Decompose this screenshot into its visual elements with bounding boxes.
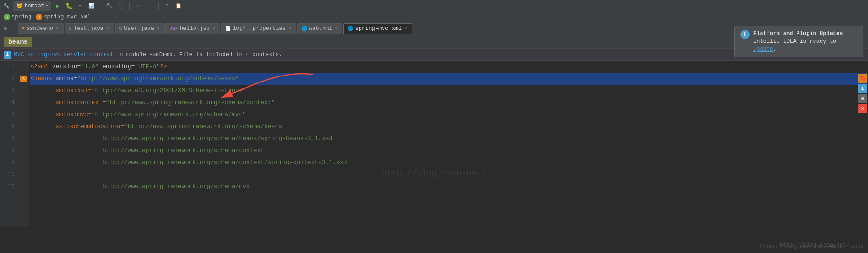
- tab-close-webxml[interactable]: ×: [334, 26, 338, 31]
- line-num-5: 5: [0, 109, 15, 121]
- pi-xml: xml: [38, 61, 52, 73]
- gutter-row-2-fold: ▷: [24, 73, 29, 85]
- settings-icon[interactable]: ⚙: [2, 25, 9, 32]
- project-spring[interactable]: S spring: [4, 14, 31, 20]
- run-config[interactable]: 🐱 tomcat ▼: [13, 1, 51, 11]
- code-line-11: http://www.springframework.org/schema/mv…: [30, 181, 868, 193]
- tab-userjava[interactable]: C User.java ×: [115, 23, 165, 34]
- line-num-10: 10: [0, 169, 15, 181]
- stop-button[interactable]: ⬛: [116, 2, 124, 10]
- tab-log4j[interactable]: 📄 log4j.properties ×: [221, 23, 296, 34]
- tab-testjava[interactable]: C Test.java ×: [65, 23, 114, 34]
- toolbar: 🔧 🐱 tomcat ▼ ▶ 🐛 ☂ 📊 🔨 ⬛ ↩ ↪ ? 📋: [0, 0, 868, 12]
- tab-close-testjava[interactable]: ×: [106, 26, 110, 31]
- undo-button[interactable]: ↩: [134, 2, 142, 10]
- clipboard-button[interactable]: 📋: [174, 2, 183, 10]
- notification-body-suffix: .: [773, 46, 776, 53]
- tab-close-springmvcxml[interactable]: ×: [403, 26, 408, 31]
- notification-icon: i: [740, 30, 750, 39]
- line-num-11: 11: [0, 181, 15, 193]
- pi-version-attr: version=: [52, 61, 81, 73]
- line-num-7: 7: [0, 133, 15, 145]
- run-button[interactable]: ▶: [54, 2, 62, 10]
- schema-mvc: http://www.springframework.org/schema/mv…: [102, 181, 250, 193]
- line-num-6: 6: [0, 121, 15, 133]
- code-line-9: http://www.springframework.org/schema/co…: [30, 157, 868, 169]
- profiler-button[interactable]: 📊: [87, 2, 95, 10]
- code-line-4: xmlns:context="http://www.springframewor…: [30, 97, 868, 109]
- help-button[interactable]: ?: [163, 2, 171, 10]
- xmlns-context-val: "http://www.springframework.org/schema/c…: [106, 97, 275, 109]
- project-springmvc[interactable]: X spring-mvc.xml: [36, 14, 90, 20]
- coverage-button[interactable]: ☂: [76, 2, 84, 10]
- xmlns-xsi-val: "http://www.w3.org/2001/XMLSchema-instan…: [92, 85, 246, 97]
- xmlns-context-attr: xmlns:context=: [56, 97, 106, 109]
- info-icon: i: [4, 51, 11, 59]
- separator2: [129, 2, 130, 10]
- schema-context: http://www.springframework.org/schema/co…: [102, 145, 264, 157]
- dropdown-arrow-icon: ▼: [46, 4, 48, 8]
- notification-content: Platform and Plugin Updates IntelliJ IDE…: [753, 30, 857, 53]
- tab-label-testjava: Test.java: [74, 25, 104, 32]
- code-editor: 1 2 3 4 5 6 7 8 9 10 11 S ▷ <?xml versio…: [0, 61, 868, 227]
- tab-ssmDeemo[interactable]: m ssmDeemo ×: [18, 23, 64, 34]
- bookmark-icon[interactable]: 🔖: [858, 74, 867, 83]
- tab-close-hellojsp[interactable]: ×: [212, 26, 216, 31]
- code-line-8: http://www.springframework.org/schema/co…: [30, 145, 868, 157]
- pi-encoding-attr: encoding=: [99, 61, 135, 73]
- error-side-icon[interactable]: ✕: [858, 104, 867, 113]
- beans-open-tag: <beans: [30, 73, 56, 85]
- schema-beans-xsd: http://www.springframework.org/schema/be…: [102, 133, 332, 145]
- tab-icon-xml1: 🌐: [301, 26, 307, 31]
- xmlns-mvc-attr: xmlns:mvc=: [56, 109, 92, 121]
- pi-open: <?: [30, 61, 38, 73]
- xmlns-val: "http://www.springframework.org/schema/b…: [77, 73, 239, 85]
- notification-update-link[interactable]: update: [753, 46, 773, 53]
- tab-icon-c1: C: [69, 26, 72, 31]
- mvc-context-link[interactable]: MVC spring-mvc servlet context: [14, 52, 113, 58]
- line-numbers: 1 2 3 4 5 6 7 8 9 10 11: [0, 61, 18, 227]
- tab-webxml[interactable]: 🌐 web.xml ×: [297, 23, 342, 34]
- side-icons: 🔖 i ⚙ ✕: [857, 73, 868, 114]
- project-bar: S spring X spring-mvc.xml: [0, 12, 868, 22]
- code-line-6: xsi:schemaLocation="http://www.springfra…: [30, 121, 868, 133]
- notification-body-text: IntelliJ IDEA is ready to: [753, 38, 836, 45]
- pin-icon[interactable]: |: [10, 26, 17, 31]
- separator1: [100, 2, 100, 10]
- notification-body: IntelliJ IDEA is ready to update.: [753, 38, 857, 53]
- gutter: S ▷: [18, 61, 29, 227]
- tab-icon-prop: 📄: [225, 26, 231, 31]
- springmvc-icon: X: [36, 14, 42, 20]
- info-side-icon[interactable]: i: [858, 84, 867, 93]
- tomcat-icon: 🐱: [16, 2, 23, 10]
- code-line-10: [30, 169, 868, 181]
- code-line-7: http://www.springframework.org/schema/be…: [30, 133, 868, 145]
- tab-label-userjava: User.java: [124, 25, 154, 32]
- tab-label-webxml: web.xml: [309, 25, 332, 32]
- code-content[interactable]: <?xml version="1.0" encoding="UTF-8"?> <…: [29, 61, 868, 227]
- line-num-1: 1: [0, 61, 15, 73]
- tab-icon-xml2: 🌐: [348, 26, 353, 31]
- xsi-schemalocation-val: "http://www.springframework.org/schema/b…: [124, 121, 282, 133]
- beans-breadcrumb[interactable]: beans: [4, 37, 32, 47]
- code-line-5: xmlns:mvc="http://www.springframework.or…: [30, 109, 868, 121]
- line-num-8: 8: [0, 145, 15, 157]
- pi-close: ?>: [160, 61, 167, 73]
- debug-button[interactable]: 🐛: [65, 2, 73, 10]
- redo-button[interactable]: ↪: [145, 2, 154, 10]
- line-num-9: 9: [0, 157, 15, 169]
- xsi-schemalocation-attr: xsi:schemaLocation=: [56, 121, 124, 133]
- line-num-4: 4: [0, 97, 15, 109]
- tab-springmvcxml[interactable]: 🌐 spring-mvc.xml ×: [343, 23, 412, 34]
- tab-close-userjava[interactable]: ×: [156, 26, 160, 31]
- settings-side-icon[interactable]: ⚙: [858, 94, 867, 103]
- tab-label-hellojsp: hello.jsp: [180, 25, 210, 32]
- tab-hellojsp[interactable]: JSP hello.jsp ×: [165, 23, 220, 34]
- pi-version-val: "1.0": [81, 61, 99, 73]
- watermark-url2: https://blog.csdn.net/weixin_42228: [760, 244, 863, 249]
- tab-label-springmvcxml: spring-mvc.xml: [355, 25, 402, 32]
- tab-close-ssmDeemo[interactable]: ×: [55, 26, 59, 31]
- xmlns-mvc-val: "http://www.springframework.org/schema/m…: [92, 109, 246, 121]
- build-button[interactable]: 🔨: [105, 2, 113, 10]
- tab-close-log4j[interactable]: ×: [288, 26, 292, 31]
